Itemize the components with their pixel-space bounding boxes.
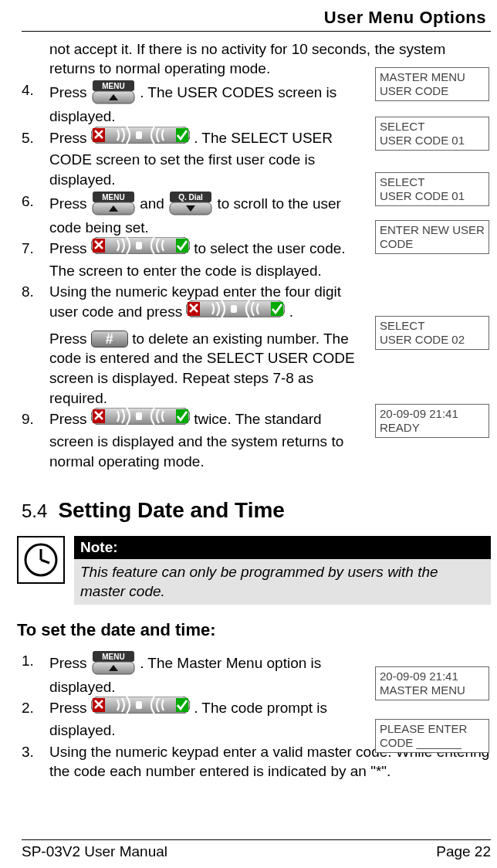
lcd-screen: 20-09-09 21:41MASTER MENU: [375, 666, 489, 700]
footer-right: Page 22: [436, 842, 491, 862]
step-number: 9.: [22, 409, 49, 471]
lcd-screen: ENTER NEW USERCODE: [375, 220, 489, 254]
step-number: 8.: [22, 282, 49, 408]
section-heading: 5.4 Setting Date and Time: [22, 496, 491, 525]
clock-icon: [17, 536, 65, 584]
lcd-screen: SELECTUSER CODE 01: [375, 117, 489, 151]
note-heading: Note:: [74, 536, 491, 559]
step-number: 3.: [22, 742, 49, 782]
step-number: 4.: [22, 80, 49, 127]
step-number: 5.: [22, 128, 49, 190]
lcd-screen: SELECTUSER CODE 02: [375, 316, 489, 350]
page-header: User Menu Options: [22, 6, 491, 32]
step-number: 1.: [22, 651, 49, 697]
confirm-rocker-icon: [186, 300, 285, 323]
lcd-screen: SELECTUSER CODE 01: [375, 172, 489, 206]
note-body: This feature can only be programmed by u…: [74, 559, 491, 605]
confirm-rocker-icon: [91, 127, 190, 149]
section-title: Setting Date and Time: [58, 496, 285, 525]
lcd-screen: MASTER MENUUSER CODE: [375, 67, 489, 101]
procedure-title: To set the date and time:: [17, 619, 491, 642]
lcd-screen: PLEASE ENTERCODE _______: [375, 719, 489, 753]
hash-button-icon: #: [91, 331, 128, 348]
confirm-rocker-icon: [91, 237, 190, 259]
step-number: 7.: [22, 239, 49, 280]
section-number: 5.4: [22, 499, 47, 524]
content-area: MASTER MENUUSER CODE SELECTUSER CODE 01 …: [22, 39, 491, 782]
footer-left: SP-03V2 User Manual: [22, 842, 167, 862]
qdial-down-button-icon: [168, 190, 213, 216]
lcd-screen: 20-09-09 21:41READY: [375, 404, 489, 438]
menu-up-button-icon: [91, 79, 136, 105]
step-number: 2.: [22, 698, 49, 740]
confirm-rocker-icon: [91, 697, 190, 719]
menu-up-button-icon: [91, 649, 136, 676]
step-number: 6.: [22, 192, 49, 238]
note-block: Note: This feature can only be programme…: [17, 536, 491, 605]
page-footer: SP-03V2 User Manual Page 22: [22, 839, 491, 862]
menu-up-button-icon: [91, 190, 136, 216]
cancel-rocker-icon: [91, 408, 190, 430]
